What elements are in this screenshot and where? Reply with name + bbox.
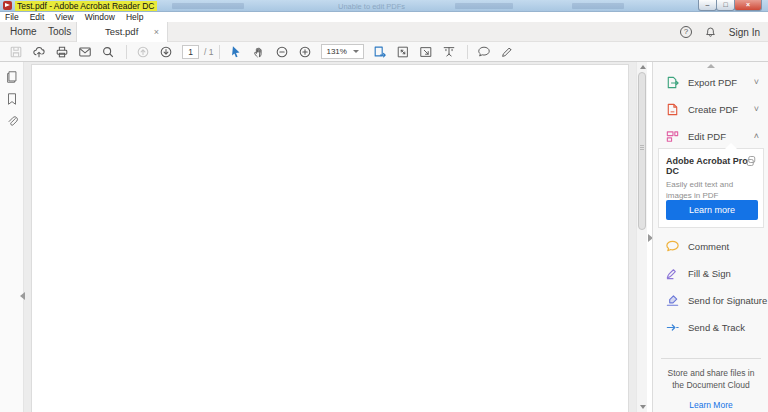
next-page-icon[interactable] (159, 45, 173, 59)
main-toolbar: / 1 131% (0, 42, 768, 62)
ghost-artifact (455, 3, 513, 9)
comment-bubble-icon[interactable] (477, 45, 491, 59)
hand-tool-icon[interactable] (252, 45, 266, 59)
scroll-down-icon[interactable] (637, 402, 648, 412)
menu-edit[interactable]: Edit (30, 12, 45, 22)
page-thumbnails-icon[interactable] (5, 70, 19, 84)
chevron-down-icon (353, 50, 359, 53)
tool-send-for-signature[interactable]: Send for Signature (653, 288, 768, 312)
fill-sign-pen-icon (665, 266, 680, 281)
acrobat-pro-promo-card: Adobe Acrobat Pro DC Easily edit text an… (658, 148, 764, 228)
minimize-button[interactable]: – (698, 0, 717, 11)
copy-pages-icon (745, 155, 757, 167)
chevron-down-icon[interactable]: ˅ (754, 104, 759, 114)
previous-page-icon[interactable] (136, 45, 150, 59)
tool-send-and-track[interactable]: Send & Track (653, 315, 768, 339)
edit-pdf-icon (665, 129, 680, 144)
sign-in-button[interactable]: Sign In (729, 27, 760, 38)
ghost-artifact (572, 3, 624, 9)
footer-learn-more-link[interactable]: Learn More (689, 400, 732, 410)
scrollbar-thumb[interactable] (638, 72, 646, 230)
page-number-input[interactable] (182, 45, 199, 59)
tab-home[interactable]: Home (10, 22, 37, 42)
save-icon[interactable] (9, 45, 23, 59)
comment-icon (665, 239, 680, 254)
page-total-label: / 1 (204, 47, 213, 57)
pencil-icon[interactable] (500, 45, 514, 59)
create-pdf-icon (665, 102, 680, 117)
tool-export-pdf[interactable]: Export PDF ˅ (653, 70, 768, 94)
promo-title: Adobe Acrobat Pro DC (666, 156, 756, 176)
tools-panel: Export PDF ˅ Create PDF ˅ Edit PDF ˄ Ado… (652, 62, 768, 412)
menu-file[interactable]: File (5, 12, 19, 22)
fit-page-icon[interactable] (396, 45, 410, 59)
email-icon[interactable] (78, 45, 92, 59)
window-controls: – □ × (699, 0, 762, 11)
send-for-signature-icon (665, 293, 680, 308)
tab-document[interactable]: Test.pdf × (76, 22, 168, 42)
tab-bar: Home Tools Test.pdf × ? Sign In (0, 22, 768, 42)
tab-tools[interactable]: Tools (48, 22, 71, 42)
maximize-button[interactable]: □ (716, 0, 735, 11)
select-tool-icon[interactable] (229, 45, 243, 59)
search-icon[interactable] (101, 45, 115, 59)
document-cloud-footer: Store and share files in the Document Cl… (661, 358, 761, 412)
bookmarks-icon[interactable] (5, 92, 19, 106)
zoom-in-icon[interactable] (298, 45, 312, 59)
menu-bar: File Edit View Window Help (0, 12, 768, 22)
print-icon[interactable] (55, 45, 69, 59)
menu-help[interactable]: Help (126, 12, 143, 22)
zoom-out-icon[interactable] (275, 45, 289, 59)
tab-close-icon[interactable]: × (154, 22, 159, 42)
window-title: Test.pdf - Adobe Acrobat Reader DC (15, 1, 157, 11)
tool-fill-and-sign[interactable]: Fill & Sign (653, 261, 768, 285)
fullscreen-icon[interactable] (419, 45, 433, 59)
pdf-page[interactable] (31, 64, 629, 412)
learn-more-button[interactable]: Learn more (666, 200, 758, 220)
menu-view[interactable]: View (55, 12, 73, 22)
export-pdf-icon (665, 75, 680, 90)
menu-window[interactable]: Window (85, 12, 115, 22)
collapse-left-panel-icon[interactable] (20, 292, 25, 300)
notification-bell-icon[interactable] (704, 26, 717, 39)
zoom-level-value: 131% (326, 47, 346, 56)
tool-comment[interactable]: Comment (653, 234, 768, 258)
document-tab-label: Test.pdf (105, 22, 138, 42)
chevron-up-icon[interactable]: ˄ (754, 131, 759, 141)
zoom-level-dropdown[interactable]: 131% (321, 44, 363, 59)
panel-scroll-up-icon[interactable] (707, 64, 715, 68)
reading-mode-icon[interactable] (442, 45, 456, 59)
share-upload-icon[interactable] (32, 45, 46, 59)
left-navigation-rail (0, 62, 24, 412)
chevron-down-icon[interactable]: ˅ (754, 77, 759, 87)
tool-edit-pdf[interactable]: Edit PDF ˄ (653, 124, 768, 148)
acrobat-reader-window: Test.pdf - Adobe Acrobat Reader DC Unabl… (0, 0, 768, 412)
help-icon[interactable]: ? (680, 26, 692, 38)
title-bar: Test.pdf - Adobe Acrobat Reader DC Unabl… (0, 0, 768, 12)
tool-create-pdf[interactable]: Create PDF ˅ (653, 97, 768, 121)
close-button[interactable]: × (734, 0, 762, 11)
vertical-scrollbar[interactable] (636, 62, 647, 412)
fit-width-icon[interactable] (373, 45, 387, 59)
ghost-tab-text: Unable to edit PDFs (338, 2, 405, 11)
send-track-arrow-icon (665, 320, 680, 335)
attachments-paperclip-icon[interactable] (5, 114, 19, 128)
footer-text: Store and share files in the Document Cl… (661, 368, 761, 392)
document-viewer (24, 62, 636, 412)
adobe-reader-app-icon (3, 1, 12, 10)
scroll-up-icon[interactable] (637, 62, 648, 72)
ghost-artifact (172, 3, 244, 9)
